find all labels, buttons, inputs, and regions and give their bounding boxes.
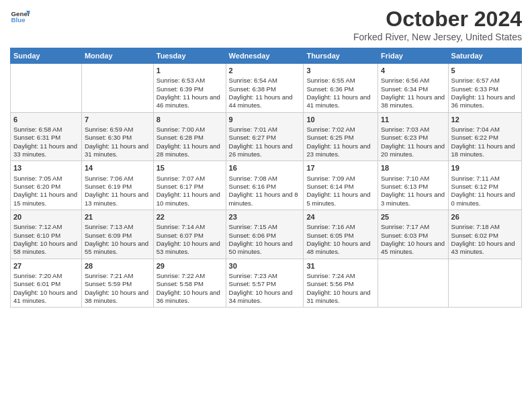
calendar-cell <box>448 259 521 308</box>
calendar-week-2: 6Sunrise: 6:58 AMSunset: 6:31 PMDaylight… <box>11 112 522 161</box>
day-info: Sunrise: 7:20 AM <box>13 272 79 280</box>
calendar-table: Sunday Monday Tuesday Wednesday Thursday… <box>10 48 522 308</box>
day-info: Sunrise: 7:02 AM <box>306 126 375 134</box>
day-number: 30 <box>229 261 301 271</box>
day-info: Sunset: 6:22 PM <box>451 134 519 142</box>
day-number: 23 <box>229 212 301 222</box>
day-info: Daylight: 10 hours and 53 minutes. <box>157 240 223 257</box>
day-info: Sunset: 6:38 PM <box>229 85 301 93</box>
day-info: Sunrise: 7:14 AM <box>157 223 223 231</box>
calendar-week-3: 13Sunrise: 7:05 AMSunset: 6:20 PMDayligh… <box>11 161 522 210</box>
day-info: Sunrise: 7:16 AM <box>306 223 375 231</box>
day-info: Sunset: 6:16 PM <box>229 183 301 191</box>
day-number: 15 <box>157 163 223 173</box>
subtitle: Forked River, New Jersey, United States <box>353 32 522 42</box>
day-info: Daylight: 11 hours and 20 minutes. <box>381 142 445 159</box>
day-info: Sunrise: 7:11 AM <box>451 175 519 183</box>
day-info: Sunrise: 7:09 AM <box>306 175 375 183</box>
day-info: Daylight: 11 hours and 44 minutes. <box>229 93 301 110</box>
day-info: Daylight: 10 hours and 45 minutes. <box>381 240 445 257</box>
day-info: Sunset: 5:59 PM <box>85 280 150 288</box>
day-info: Sunset: 6:03 PM <box>381 232 445 240</box>
day-info: Sunrise: 7:00 AM <box>157 126 223 134</box>
calendar-cell: 3Sunrise: 6:55 AMSunset: 6:36 PMDaylight… <box>304 64 378 113</box>
calendar-cell: 21Sunrise: 7:13 AMSunset: 6:09 PMDayligh… <box>81 210 153 259</box>
calendar-cell <box>81 64 153 113</box>
col-wednesday: Wednesday <box>226 48 304 64</box>
day-info: Daylight: 10 hours and 36 minutes. <box>157 289 223 306</box>
day-number: 2 <box>229 66 301 75</box>
day-info: Sunrise: 6:55 AM <box>306 77 375 85</box>
col-sunday: Sunday <box>11 48 82 64</box>
calendar-cell: 18Sunrise: 7:10 AMSunset: 6:13 PMDayligh… <box>378 161 448 210</box>
day-info: Sunrise: 6:59 AM <box>85 126 150 134</box>
calendar-cell: 8Sunrise: 7:00 AMSunset: 6:28 PMDaylight… <box>153 112 226 161</box>
day-info: Sunset: 6:09 PM <box>85 232 150 240</box>
day-info: Daylight: 11 hours and 46 minutes. <box>157 93 223 110</box>
day-number: 16 <box>229 163 301 173</box>
calendar-cell: 16Sunrise: 7:08 AMSunset: 6:16 PMDayligh… <box>226 161 304 210</box>
day-info: Daylight: 11 hours and 0 minutes. <box>451 191 519 208</box>
calendar-cell: 19Sunrise: 7:11 AMSunset: 6:12 PMDayligh… <box>448 161 521 210</box>
day-number: 28 <box>85 261 150 271</box>
calendar-page: General Blue October 2024 Forked River, … <box>0 0 532 411</box>
day-info: Sunrise: 7:10 AM <box>381 175 445 183</box>
day-info: Sunset: 5:56 PM <box>306 280 375 288</box>
day-info: Sunset: 6:27 PM <box>229 134 301 142</box>
day-info: Daylight: 11 hours and 18 minutes. <box>451 142 519 159</box>
day-number: 4 <box>381 66 445 75</box>
day-info: Sunrise: 7:18 AM <box>451 223 519 231</box>
day-info: Sunrise: 6:56 AM <box>381 77 445 85</box>
day-info: Daylight: 11 hours and 5 minutes. <box>306 191 375 208</box>
day-info: Sunset: 6:39 PM <box>157 85 223 93</box>
logo: General Blue <box>10 7 30 27</box>
day-info: Sunrise: 7:03 AM <box>381 126 445 134</box>
day-number: 25 <box>381 212 445 222</box>
calendar-cell <box>378 259 448 308</box>
day-number: 1 <box>157 66 223 75</box>
calendar-cell: 9Sunrise: 7:01 AMSunset: 6:27 PMDaylight… <box>226 112 304 161</box>
calendar-cell: 30Sunrise: 7:23 AMSunset: 5:57 PMDayligh… <box>226 259 304 308</box>
day-info: Sunrise: 6:53 AM <box>157 77 223 85</box>
col-friday: Friday <box>378 48 448 64</box>
calendar-cell: 23Sunrise: 7:15 AMSunset: 6:06 PMDayligh… <box>226 210 304 259</box>
day-number: 26 <box>451 212 519 222</box>
day-info: Sunrise: 7:13 AM <box>85 223 150 231</box>
calendar-cell: 17Sunrise: 7:09 AMSunset: 6:14 PMDayligh… <box>304 161 378 210</box>
col-saturday: Saturday <box>448 48 521 64</box>
calendar-cell: 7Sunrise: 6:59 AMSunset: 6:30 PMDaylight… <box>81 112 153 161</box>
day-info: Daylight: 10 hours and 31 minutes. <box>306 289 375 306</box>
day-info: Daylight: 10 hours and 43 minutes. <box>451 240 519 257</box>
calendar-cell: 22Sunrise: 7:14 AMSunset: 6:07 PMDayligh… <box>153 210 226 259</box>
header-row: Sunday Monday Tuesday Wednesday Thursday… <box>11 48 522 64</box>
calendar-cell: 14Sunrise: 7:06 AMSunset: 6:19 PMDayligh… <box>81 161 153 210</box>
day-number: 14 <box>85 163 150 173</box>
day-info: Sunrise: 7:05 AM <box>13 175 79 183</box>
calendar-cell: 25Sunrise: 7:17 AMSunset: 6:03 PMDayligh… <box>378 210 448 259</box>
calendar-cell: 26Sunrise: 7:18 AMSunset: 6:02 PMDayligh… <box>448 210 521 259</box>
calendar-cell: 13Sunrise: 7:05 AMSunset: 6:20 PMDayligh… <box>11 161 82 210</box>
day-info: Sunset: 6:33 PM <box>451 85 519 93</box>
day-number: 13 <box>13 163 79 173</box>
day-info: Daylight: 11 hours and 41 minutes. <box>306 93 375 110</box>
day-info: Sunset: 5:57 PM <box>229 280 301 288</box>
day-info: Sunset: 6:10 PM <box>13 232 79 240</box>
day-number: 9 <box>229 115 301 124</box>
day-info: Daylight: 11 hours and 8 minutes. <box>229 191 301 208</box>
calendar-cell: 6Sunrise: 6:58 AMSunset: 6:31 PMDaylight… <box>11 112 82 161</box>
day-info: Sunset: 6:28 PM <box>157 134 223 142</box>
day-info: Sunrise: 6:58 AM <box>13 126 79 134</box>
day-info: Sunset: 5:58 PM <box>157 280 223 288</box>
day-info: Daylight: 10 hours and 55 minutes. <box>85 240 150 257</box>
day-info: Sunset: 6:12 PM <box>451 183 519 191</box>
day-info: Sunset: 6:34 PM <box>381 85 445 93</box>
main-title: October 2024 <box>353 7 522 32</box>
day-info: Sunrise: 7:23 AM <box>229 272 301 280</box>
day-info: Sunset: 6:14 PM <box>306 183 375 191</box>
calendar-cell: 4Sunrise: 6:56 AMSunset: 6:34 PMDaylight… <box>378 64 448 113</box>
day-number: 7 <box>85 115 150 124</box>
day-number: 31 <box>306 261 375 271</box>
day-number: 3 <box>306 66 375 75</box>
calendar-cell: 20Sunrise: 7:12 AMSunset: 6:10 PMDayligh… <box>11 210 82 259</box>
day-info: Daylight: 11 hours and 23 minutes. <box>306 142 375 159</box>
